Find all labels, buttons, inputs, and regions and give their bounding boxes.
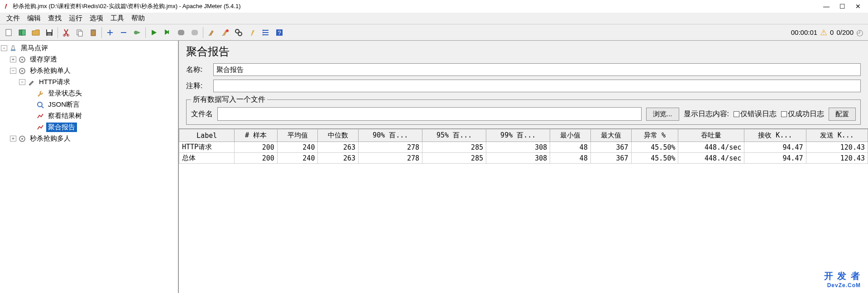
col-sent[interactable]: 发送 K...	[806, 129, 868, 142]
panel-title: 聚合报告	[186, 44, 861, 59]
tree-cache[interactable]: + 缓存穿透	[1, 54, 177, 65]
col-label[interactable]: Label	[179, 129, 235, 142]
tree-aggregate[interactable]: 聚合报告	[1, 122, 177, 133]
tree-seckill-multi-label: 秒杀抢购多人	[28, 134, 72, 143]
table-cell: 240	[277, 142, 318, 153]
tree-login-header[interactable]: 登录状态头	[1, 88, 177, 99]
jmeter-icon	[4, 3, 10, 9]
warning-icon[interactable]: ⚠	[820, 28, 827, 38]
collapse-toggle-icon[interactable]: −	[10, 68, 16, 74]
minimize-button[interactable]: —	[823, 3, 830, 10]
table-cell: 448.4/sec	[678, 142, 744, 153]
table-cell: 200	[235, 142, 277, 153]
tree-seckill-single-label: 秒杀抢购单人	[28, 66, 72, 76]
checkbox-icon	[734, 111, 739, 117]
help-tool-icon[interactable]: ?	[273, 26, 286, 39]
tree-login-header-label: 登录状态头	[46, 89, 84, 98]
results-table[interactable]: Label # 样本 平均值 中位数 90% 百... 95% 百... 99%…	[179, 128, 868, 293]
expand-icon[interactable]	[104, 26, 116, 39]
table-row[interactable]: 总体2002402632782853084836745.50%448.4/sec…	[179, 153, 868, 164]
svg-rect-4	[47, 29, 52, 32]
menu-run[interactable]: 运行	[65, 13, 86, 24]
col-min[interactable]: 最小值	[550, 129, 591, 142]
tree-view-results[interactable]: 察看结果树	[1, 110, 177, 122]
toolbar-status: 00:00:01 ⚠ 0 0/200 ◴	[791, 28, 866, 38]
svg-point-22	[21, 59, 23, 61]
name-label: 名称:	[186, 65, 213, 75]
function-helper-icon[interactable]	[259, 26, 272, 39]
col-median[interactable]: 中位数	[318, 129, 359, 142]
col-recv[interactable]: 接收 K...	[744, 129, 806, 142]
expand-toggle-icon[interactable]: +	[10, 57, 16, 62]
tree-cache-label: 缓存穿透	[28, 55, 59, 64]
col-avg[interactable]: 平均值	[277, 129, 318, 142]
new-icon[interactable]	[2, 26, 15, 39]
col-p90[interactable]: 90% 百...	[359, 129, 422, 142]
comment-input[interactable]	[213, 80, 861, 92]
tree-seckill-multi[interactable]: + 秒杀抢购多人	[1, 133, 177, 144]
menu-help[interactable]: 帮助	[128, 13, 149, 24]
clear-all-icon[interactable]	[219, 26, 231, 39]
table-cell: 308	[486, 142, 550, 153]
col-throughput[interactable]: 吞吐量	[678, 129, 744, 142]
close-button[interactable]: ✕	[855, 3, 861, 10]
browse-button[interactable]: 浏览...	[646, 108, 679, 121]
col-max[interactable]: 最大值	[590, 129, 631, 142]
menu-file[interactable]: 文件	[3, 13, 24, 24]
collapse-toggle-icon[interactable]: −	[1, 45, 7, 51]
gear-icon	[18, 67, 26, 75]
tree-root[interactable]: − 黑马点评	[1, 43, 177, 54]
shutdown-icon[interactable]	[188, 26, 201, 39]
stop-icon[interactable]	[175, 26, 187, 39]
table-cell: 总体	[179, 153, 235, 164]
name-input[interactable]	[213, 63, 861, 76]
maximize-button[interactable]: ☐	[839, 3, 845, 10]
paste-icon[interactable]	[87, 26, 100, 39]
menubar: 文件 编辑 查找 运行 选项 工具 帮助	[0, 13, 868, 24]
tree-http-req[interactable]: − HTTP请求	[1, 76, 177, 88]
menu-search[interactable]: 查找	[44, 13, 65, 24]
start-icon[interactable]	[148, 26, 160, 39]
menu-edit[interactable]: 编辑	[24, 13, 44, 24]
elapsed-time: 00:00:01	[791, 28, 817, 36]
tree-seckill-single[interactable]: − 秒杀抢购单人	[1, 65, 177, 76]
collapse-toggle-icon[interactable]: −	[19, 79, 25, 85]
only-success-checkbox[interactable]: 仅成功日志	[781, 109, 824, 119]
config-button[interactable]: 配置	[829, 108, 856, 121]
tree-http-req-label: HTTP请求	[37, 77, 72, 87]
table-row[interactable]: HTTP请求2002402632782853084836745.50%448.4…	[179, 142, 868, 153]
col-error[interactable]: 异常 %	[631, 129, 678, 142]
window-controls: — ☐ ✕	[823, 3, 864, 10]
cut-icon[interactable]	[60, 26, 72, 39]
table-cell: 448.4/sec	[678, 153, 744, 164]
collapse-icon[interactable]	[117, 26, 130, 39]
menu-tools[interactable]: 工具	[107, 13, 128, 24]
start-no-pause-icon[interactable]	[161, 26, 174, 39]
test-plan-tree[interactable]: − 黑马点评 + 缓存穿透 − 秒杀抢购单人 − HTTP请求 登录状态头 JS	[0, 41, 179, 293]
copy-icon[interactable]	[73, 26, 86, 39]
tree-json-assert-label: JSON断言	[46, 100, 82, 109]
pipette-icon	[27, 78, 35, 86]
col-samples[interactable]: # 样本	[235, 129, 277, 142]
save-icon[interactable]	[43, 26, 56, 39]
svg-point-17	[263, 32, 264, 33]
menu-options[interactable]: 选项	[86, 13, 107, 24]
gear-icon	[18, 56, 26, 64]
reset-search-icon[interactable]	[246, 26, 259, 39]
col-p95[interactable]: 95% 百...	[422, 129, 486, 142]
toggle-icon[interactable]	[131, 26, 144, 39]
open-icon[interactable]	[29, 26, 42, 39]
table-cell: 285	[422, 153, 486, 164]
table-cell: 94.47	[744, 153, 806, 164]
svg-point-18	[263, 34, 264, 35]
search-tool-icon[interactable]	[232, 26, 245, 39]
flask-icon	[9, 44, 17, 52]
col-p99[interactable]: 99% 百...	[486, 129, 550, 142]
clear-icon[interactable]	[205, 26, 218, 39]
templates-icon[interactable]	[16, 26, 29, 39]
only-error-checkbox[interactable]: 仅错误日志	[734, 109, 777, 119]
table-cell: 120.43	[806, 142, 868, 153]
filename-input[interactable]	[217, 107, 642, 121]
tree-json-assert[interactable]: JSON断言	[1, 99, 177, 110]
expand-toggle-icon[interactable]: +	[10, 136, 16, 142]
